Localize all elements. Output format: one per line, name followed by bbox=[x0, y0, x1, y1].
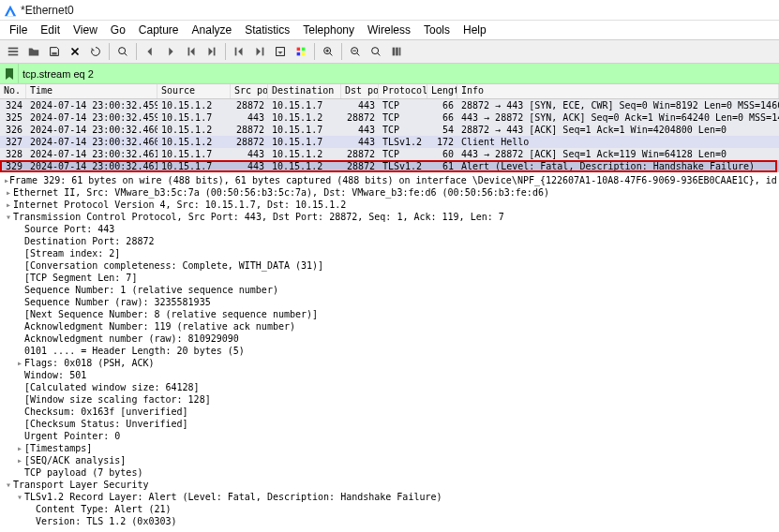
zoom-in-icon[interactable] bbox=[319, 42, 337, 61]
cell-proto: TLSv1.2 bbox=[379, 160, 427, 172]
cell-dstport: 443 bbox=[341, 136, 379, 148]
detail-row[interactable]: Length: 2 bbox=[0, 527, 779, 528]
autoscroll-icon[interactable] bbox=[271, 42, 290, 61]
columns-icon[interactable] bbox=[387, 42, 406, 61]
menu-view[interactable]: View bbox=[67, 22, 103, 38]
cell-src: 10.15.1.7 bbox=[157, 148, 231, 160]
detail-row[interactable]: Content Type: Alert (21) bbox=[0, 503, 779, 515]
detail-row[interactable]: [Checksum Status: Unverified] bbox=[0, 418, 779, 430]
detail-row[interactable]: ▾TLSv1.2 Record Layer: Alert (Level: Fat… bbox=[0, 491, 779, 503]
jump-next-icon[interactable] bbox=[202, 42, 221, 61]
packet-row[interactable]: 3252024-07-14 23:00:32.45966610.15.1.744… bbox=[0, 111, 779, 124]
chevron-down-icon[interactable]: ▾ bbox=[4, 479, 13, 491]
packet-list[interactable]: No.TimeSourceSrc portDestinationDst port… bbox=[0, 84, 779, 172]
column-header[interactable]: Protocol bbox=[379, 84, 427, 98]
zoom-out-icon[interactable] bbox=[346, 42, 365, 61]
column-header[interactable]: Time bbox=[26, 84, 157, 98]
search-icon[interactable] bbox=[113, 42, 132, 61]
packet-row[interactable]: 3272024-07-14 23:00:32.46073310.15.1.228… bbox=[0, 136, 779, 148]
menu-wireless[interactable]: Wireless bbox=[362, 22, 416, 38]
chevron-right-icon[interactable]: ▸ bbox=[4, 199, 13, 211]
menu-edit[interactable]: Edit bbox=[35, 22, 66, 38]
detail-row[interactable]: Acknowledgment number (raw): 810929090 bbox=[0, 332, 779, 345]
chevron-right-icon[interactable]: ▸ bbox=[4, 186, 13, 199]
detail-row[interactable]: ▾Transmission Control Protocol, Src Port… bbox=[0, 211, 779, 223]
chevron-right-icon[interactable]: ▸ bbox=[15, 442, 24, 454]
column-header[interactable]: Destination bbox=[268, 84, 341, 98]
detail-row[interactable]: ▸Flags: 0x018 (PSH, ACK) bbox=[0, 357, 779, 369]
detail-row[interactable]: Checksum: 0x163f [unverified] bbox=[0, 406, 779, 418]
menu-analyze[interactable]: Analyze bbox=[187, 22, 238, 38]
detail-row[interactable]: [TCP Segment Len: 7] bbox=[0, 272, 779, 284]
detail-text: Transport Layer Security bbox=[13, 479, 149, 491]
detail-row[interactable]: [Conversation completeness: Complete, WI… bbox=[0, 259, 779, 272]
packet-row[interactable]: 3262024-07-14 23:00:32.46021910.15.1.228… bbox=[0, 124, 779, 136]
cell-time: 2024-07-14 23:00:32.459025 bbox=[26, 99, 157, 111]
chevron-down-icon[interactable]: ▾ bbox=[15, 491, 24, 503]
detail-row[interactable]: [Window size scaling factor: 128] bbox=[0, 393, 779, 406]
close-icon[interactable] bbox=[66, 42, 84, 61]
detail-row[interactable]: ▸[Timestamps] bbox=[0, 442, 779, 454]
detail-row[interactable]: Source Port: 443 bbox=[0, 223, 779, 235]
color-icon[interactable] bbox=[292, 42, 310, 61]
column-header[interactable]: Src port bbox=[231, 84, 268, 98]
menu-capture[interactable]: Capture bbox=[133, 22, 185, 38]
detail-row[interactable]: ▸Frame 329: 61 bytes on wire (488 bits),… bbox=[0, 174, 779, 186]
first-icon[interactable] bbox=[230, 42, 248, 61]
display-filter-input[interactable] bbox=[19, 64, 779, 83]
menu-help[interactable]: Help bbox=[457, 22, 492, 38]
column-header[interactable]: Dst port bbox=[341, 84, 379, 98]
zoom-reset-icon[interactable] bbox=[367, 42, 385, 61]
detail-row[interactable]: Destination Port: 28872 bbox=[0, 235, 779, 247]
detail-text: Content Type: Alert (21) bbox=[36, 503, 172, 515]
column-header[interactable]: Source bbox=[157, 84, 231, 98]
cell-info: Client Hello bbox=[457, 136, 779, 148]
packet-row[interactable]: 3242024-07-14 23:00:32.45902510.15.1.228… bbox=[0, 99, 779, 111]
packet-details[interactable]: ▸Frame 329: 61 bytes on wire (488 bits),… bbox=[0, 172, 779, 528]
menu-tools[interactable]: Tools bbox=[418, 22, 456, 38]
detail-row[interactable]: ▾Transport Layer Security bbox=[0, 479, 779, 491]
detail-text: Destination Port: 28872 bbox=[24, 235, 154, 247]
detail-row[interactable]: Sequence Number: 1 (relative sequence nu… bbox=[0, 284, 779, 296]
filter-bookmark-icon[interactable] bbox=[0, 64, 19, 83]
save-icon[interactable] bbox=[45, 42, 64, 61]
detail-row[interactable]: [Calculated window size: 64128] bbox=[0, 381, 779, 393]
chevron-right-icon[interactable]: ▸ bbox=[15, 454, 24, 466]
menu-go[interactable]: Go bbox=[105, 22, 131, 38]
column-header[interactable]: No. bbox=[0, 84, 26, 98]
packet-row[interactable]: 3292024-07-14 23:00:32.46185510.15.1.744… bbox=[0, 160, 779, 172]
cell-dst: 10.15.1.2 bbox=[268, 160, 341, 172]
menu-file[interactable]: File bbox=[4, 22, 33, 38]
detail-row[interactable]: Window: 501 bbox=[0, 369, 779, 381]
chevron-down-icon[interactable]: ▾ bbox=[4, 211, 13, 223]
detail-row[interactable]: Version: TLS 1.2 (0x0303) bbox=[0, 515, 779, 527]
cell-srcport: 28872 bbox=[231, 99, 268, 111]
menu-telephony[interactable]: Telephony bbox=[297, 22, 360, 38]
menu-statistics[interactable]: Statistics bbox=[239, 22, 295, 38]
titlebar: *Ethernet0 bbox=[0, 0, 779, 21]
arrow-right-icon[interactable] bbox=[161, 42, 180, 61]
jump-prev-icon[interactable] bbox=[182, 42, 201, 61]
detail-row[interactable]: Urgent Pointer: 0 bbox=[0, 430, 779, 442]
detail-row[interactable]: ▸Internet Protocol Version 4, Src: 10.15… bbox=[0, 199, 779, 211]
detail-row[interactable]: [Next Sequence Number: 8 (relative seque… bbox=[0, 308, 779, 320]
detail-row[interactable]: Acknowledgment Number: 119 (relative ack… bbox=[0, 320, 779, 332]
detail-row[interactable]: ▸Ethernet II, Src: VMware_b3:5c:7a (00:5… bbox=[0, 186, 779, 199]
last-icon[interactable] bbox=[250, 42, 269, 61]
detail-row[interactable]: TCP payload (7 bytes) bbox=[0, 466, 779, 479]
win-list-icon[interactable] bbox=[4, 42, 22, 61]
chevron-right-icon[interactable]: ▸ bbox=[15, 357, 24, 369]
folder-icon[interactable] bbox=[24, 42, 43, 61]
detail-row[interactable]: ▸[SEQ/ACK analysis] bbox=[0, 454, 779, 466]
detail-text: Ethernet II, Src: VMware_b3:5c:7a (00:50… bbox=[13, 186, 549, 199]
reload-icon[interactable] bbox=[86, 42, 105, 61]
column-header[interactable]: Info bbox=[457, 84, 779, 98]
column-header[interactable]: Length bbox=[427, 84, 457, 98]
detail-row[interactable]: [Stream index: 2] bbox=[0, 247, 779, 259]
detail-row[interactable]: Sequence Number (raw): 3235581935 bbox=[0, 296, 779, 308]
packet-list-body[interactable]: 3242024-07-14 23:00:32.45902510.15.1.228… bbox=[0, 99, 779, 172]
detail-row[interactable]: 0101 .... = Header Length: 20 bytes (5) bbox=[0, 345, 779, 357]
cell-no: 327 bbox=[0, 136, 26, 148]
packet-row[interactable]: 3282024-07-14 23:00:32.46107010.15.1.744… bbox=[0, 148, 779, 160]
arrow-left-icon[interactable] bbox=[141, 42, 159, 61]
